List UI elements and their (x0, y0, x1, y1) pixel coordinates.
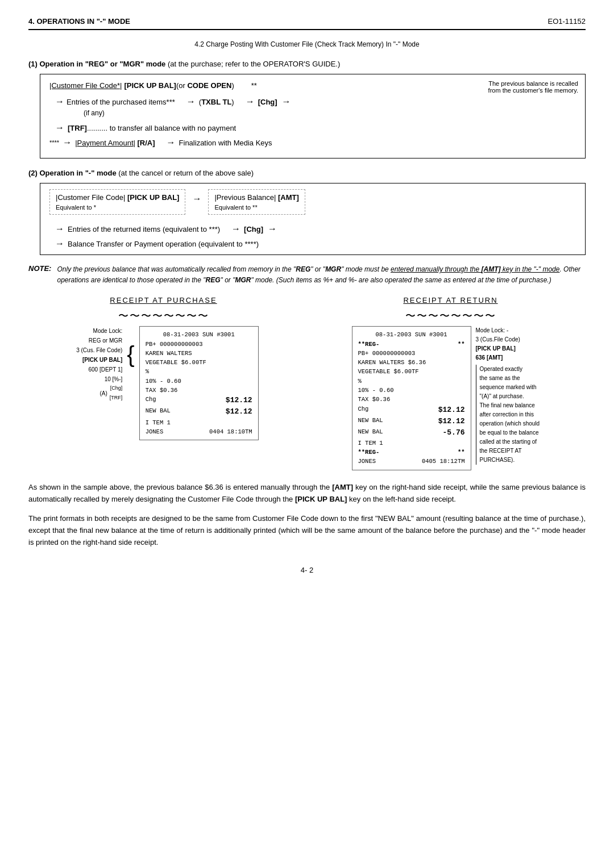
rl-purchase: PURCHASE). (480, 456, 550, 465)
rt-newbal1-lbl: NEW BAL (358, 416, 383, 427)
receipt-return-title: RECEIPT AT RETURN (403, 296, 497, 304)
flow-trf-row: → [TRF] .......... to transfer all balan… (55, 123, 576, 133)
trf-text: .......... to transfer all balance with … (87, 124, 236, 132)
ticket-newbal-lbl: NEW BAL (146, 406, 171, 418)
rt-tax: TAX $0.36 (358, 395, 465, 404)
percent-lbl: 10 [%-] (68, 374, 122, 384)
section2-entries-row: → Entries of the returned items (equival… (55, 224, 576, 234)
doc-number: EO1-11152 (548, 17, 586, 26)
receipt-purchase-wrapper: Mode Lock: REG or MGR 3 (Cus. File Code)… (68, 326, 258, 440)
note-block: NOTE: Only the previous balance that was… (28, 264, 586, 286)
txbl-tl: (TXBL TL) (199, 98, 234, 106)
note-label: NOTE: (28, 264, 51, 286)
arrow3-chg: → [Chg] (246, 97, 277, 107)
rl-final: The final new balance (480, 401, 550, 410)
flow-step1-row: |Customer File Code*| [PICK UP BAL] (or … (49, 81, 576, 90)
chg-trf-labels: [Chg] [TRF] (110, 384, 123, 402)
ticket-chg-val: $12.12 (226, 395, 252, 406)
pick-up-bal-lbl: [PICK UP BAL] (68, 355, 122, 365)
rt-chg-row: Chg $12.12 (358, 404, 465, 416)
arrow-trf: → (55, 123, 64, 133)
ticket-jones-row: JONES 0404 18:10TM (146, 427, 252, 436)
rt-item: I TEM 1 (358, 439, 465, 448)
arrow1: → (55, 97, 64, 107)
flow-entries-row: → Entries of the purchased items*** → (T… (55, 97, 576, 107)
trf-label: [TRF] (68, 124, 87, 132)
rl-called: called at the starting of (480, 437, 550, 446)
entries-label: Entries of the purchased items*** (67, 98, 175, 106)
star2-note: The previous balance is recalledfrom the… (488, 80, 578, 94)
rl-mode-lock: Mode Lock: - (476, 326, 550, 335)
arrow-s2: → (192, 194, 201, 204)
ticket-pct-val: 10% - 0.60 (146, 377, 252, 386)
rt-reg1-stars: ** (458, 340, 465, 349)
ticket-chg-row: Chg $12.12 (146, 395, 252, 406)
section1-flow: |Customer File Code*| [PICK UP BAL] (or … (40, 74, 586, 158)
rl-cus-file: 3 (Cus.File Code) (476, 335, 550, 344)
arrow-bal-transfer: → (55, 239, 64, 249)
ticket-jones-lbl: JONES (146, 427, 164, 436)
rl-operated: Operated exactly (480, 365, 550, 374)
rl-a-ref: "(A)" at purchase. (480, 392, 550, 401)
receipt-purchase-block: RECEIPT AT PURCHASE 〜〜〜〜〜〜〜〜 Mode Lock: … (28, 296, 298, 440)
receipt-return-wrapper: 08-31-2003 SUN #3001 **REG- ** PB+ 00000… (352, 326, 550, 470)
arrow-returned: → (55, 224, 64, 234)
prev-bal-label: |Previous Balance| [AMT] (214, 193, 298, 202)
rl-same-as: the same as the (480, 374, 550, 383)
payment-label: |Payment Amount| [R/A] (75, 139, 155, 147)
rt-veg: VEGETABLE $6.00TF (358, 367, 465, 376)
rt-jones-val: 0405 18:12TM (422, 457, 465, 466)
cus-file-code2: |Customer File Code| [PICK UP BAL] (56, 193, 179, 202)
arrow2-txbl: → (TXBL TL) (186, 97, 234, 107)
rt-newbal2-row: NEW BAL -5.76 (358, 427, 465, 439)
rl-be-equal: be equal to the balance (480, 428, 550, 437)
section-title-header: 4. OPERATIONS IN "-" MODE (28, 17, 130, 26)
rt-newbal1-val: $12.12 (438, 416, 465, 427)
rt-pct-lbl: % (358, 377, 465, 386)
section2-step1-row: |Customer File Code| [PICK UP BAL] Equiv… (49, 189, 576, 215)
double-star: ** (251, 81, 257, 90)
page-footer: 4- 2 (28, 566, 586, 574)
a-label: (A) (99, 389, 107, 398)
trf-lbl2: [TRF] (110, 394, 123, 402)
arrow-payment: → (63, 137, 72, 148)
rt-reg1: **REG- (358, 340, 380, 349)
bal-transfer-label: Balance Transfer or Payment operation (e… (68, 240, 259, 248)
or-code-open: (or CODE OPEN) (176, 81, 234, 90)
rt-pct-val: 10% - 0.60 (358, 386, 465, 395)
rt-name: KAREN WALTERS $6.36 (358, 358, 465, 367)
purchase-ticket: 08-31-2003 SUN #3001 PB+ 000000000003 KA… (139, 326, 259, 440)
receipt-purchase-title: RECEIPT AT PURCHASE (110, 296, 217, 304)
section2-title-rest: (at the cancel or return of the above sa… (118, 169, 254, 177)
cus-file-code-label: |Customer File Code*| (49, 81, 122, 90)
rt-reg2: **REG- (358, 448, 380, 457)
equiv-star2: Equivalent to ** (214, 204, 298, 211)
page-header: 4. OPERATIONS IN "-" MODE EO1-11152 (28, 17, 586, 30)
chg2-label: [Chg] (244, 225, 263, 233)
a-labels-row: (A) [Chg] [TRF] (68, 384, 122, 402)
sub-header: 4.2 Charge Posting With Customer File (C… (28, 40, 586, 48)
arrow-chg2: → [Chg] (231, 224, 263, 234)
chg-label: [Chg] (258, 98, 277, 106)
rt-newbal2-lbl: NEW BAL (358, 427, 383, 439)
arrow4: → (282, 97, 291, 107)
section2-flow: |Customer File Code| [PICK UP BAL] Equiv… (40, 183, 586, 255)
ticket-pct-lbl: % (146, 367, 252, 376)
rl-operated-block: Operated exactly the same as the sequenc… (476, 365, 550, 465)
ticket-tax: TAX $0.36 (146, 386, 252, 395)
section2-left-block: |Customer File Code| [PICK UP BAL] Equiv… (49, 189, 185, 215)
arrow-finalization: → Finalization with Media Keys (167, 137, 272, 148)
paragraph2: The print formats in both receipts are d… (28, 513, 586, 548)
chg-lbl2: [Chg] (110, 384, 123, 393)
section2-title-row: (2) Operation in "-" mode (at the cancel… (28, 169, 586, 177)
rt-reg2-row: **REG- ** (358, 448, 465, 457)
flow-payment-row: **** → |Payment Amount| [R/A] → Finaliza… (49, 137, 576, 148)
dept-lbl: 600 [DEPT 1] (68, 365, 122, 374)
receipts-section: RECEIPT AT PURCHASE 〜〜〜〜〜〜〜〜 Mode Lock: … (28, 296, 586, 470)
rt-newbal1-row: NEW BAL $12.12 (358, 416, 465, 427)
ticket-pb: PB+ 000000000003 (146, 340, 252, 349)
ticket-chg-lbl: Chg (146, 395, 156, 406)
rt-reg2-stars: ** (458, 448, 465, 457)
stars4: **** (49, 139, 59, 146)
section2-title-bold: (2) Operation in "-" mode (28, 169, 117, 177)
